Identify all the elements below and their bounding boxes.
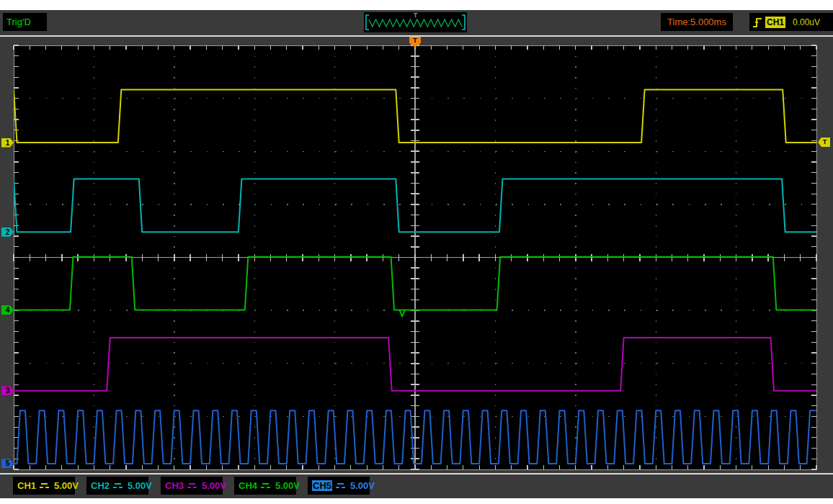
dc-coupling-icon <box>40 482 49 489</box>
channel-volts-per-div: 5.00V <box>275 480 300 491</box>
channel-label-CH4[interactable]: CH45.00V <box>234 477 296 495</box>
trigger-status-text: Trig'D <box>6 17 31 27</box>
channel-volts-per-div: 5.00V <box>350 480 375 491</box>
channel-name: CH3 <box>165 480 184 491</box>
channel-name: CH5 <box>312 480 332 491</box>
channel-status-bar: CH15.00VCH25.00VCH35.00VCH45.00VCH55.00V <box>0 473 833 498</box>
rising-edge-trigger-icon <box>752 16 762 29</box>
trigger-level-value: 0.00uV <box>793 17 820 27</box>
timebase-readout: Time:5.000ms <box>661 13 733 31</box>
channel-volts-per-div: 5.00V <box>54 480 79 491</box>
top-toolbar: Trig'D T Time:5.000ms CH1 0.00uV <box>0 10 833 37</box>
trigger-readout: CH1 0.00uV <box>749 13 833 31</box>
dc-coupling-icon <box>261 482 270 489</box>
channel-label-CH2[interactable]: CH25.00V <box>86 477 148 495</box>
channel-name: CH4 <box>239 480 257 491</box>
scope-display: T T 12435 <box>0 37 833 473</box>
trigger-status-box: Trig'D <box>3 13 47 31</box>
channel-volts-per-div: 5.00V <box>202 480 226 491</box>
timebase-text: Time:5.000ms <box>667 17 726 27</box>
oscilloscope-app: Trig'D T Time:5.000ms CH1 0.00uV T T 124… <box>0 0 833 504</box>
preview-trigger-marker: T <box>414 12 418 19</box>
channel-label-CH1[interactable]: CH15.00V <box>13 477 75 495</box>
channel-label-CH3[interactable]: CH35.00V <box>161 477 223 495</box>
channel-name: CH1 <box>17 480 36 491</box>
scope-grid-and-traces <box>0 37 833 473</box>
dc-coupling-icon <box>336 482 345 489</box>
dc-coupling-icon <box>187 482 197 489</box>
channel-name: CH2 <box>91 480 110 491</box>
waveform-preview[interactable]: T <box>364 12 467 32</box>
channel-volts-per-div: 5.00V <box>128 480 152 491</box>
channel-label-CH5[interactable]: CH55.00V <box>308 477 370 495</box>
trigger-source-badge: CH1 <box>765 17 785 28</box>
dc-coupling-icon <box>113 482 122 489</box>
